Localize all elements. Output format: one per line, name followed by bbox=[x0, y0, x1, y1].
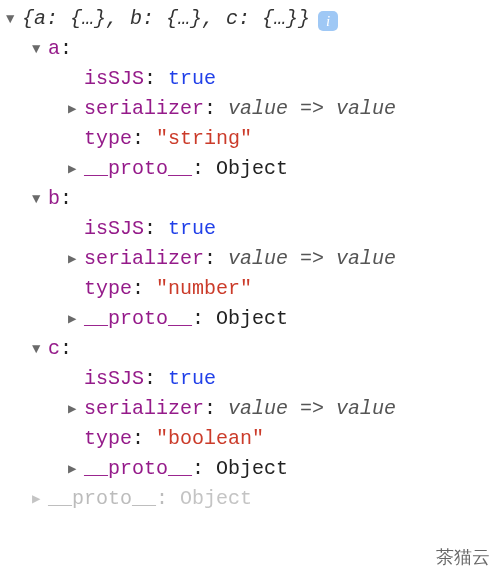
chevron-down-icon[interactable]: ▼ bbox=[32, 189, 46, 210]
property-key: type bbox=[84, 424, 132, 454]
property-value: value => value bbox=[228, 94, 396, 124]
property-key: __proto__ bbox=[84, 154, 192, 184]
object-key-row[interactable]: ▼a: bbox=[6, 34, 494, 64]
property-value: true bbox=[168, 214, 216, 244]
property-row: isSJS: true bbox=[6, 64, 494, 94]
property-key: isSJS bbox=[84, 214, 144, 244]
property-value: value => value bbox=[228, 394, 396, 424]
property-key: __proto__ bbox=[84, 304, 192, 334]
property-row[interactable]: ▶__proto__: Object bbox=[6, 304, 494, 334]
property-row: isSJS: true bbox=[6, 364, 494, 394]
property-value: "number" bbox=[156, 274, 252, 304]
property-row[interactable]: ▶__proto__: Object bbox=[6, 154, 494, 184]
property-row: type: "number" bbox=[6, 274, 494, 304]
proto-row-outer[interactable]: ▶ __proto__: Object bbox=[6, 484, 494, 514]
property-value: true bbox=[168, 64, 216, 94]
chevron-right-icon[interactable]: ▶ bbox=[68, 399, 82, 420]
chevron-down-icon[interactable]: ▼ bbox=[32, 39, 46, 60]
property-row[interactable]: ▶serializer: value => value bbox=[6, 244, 494, 274]
property-row: type: "boolean" bbox=[6, 424, 494, 454]
property-value: Object bbox=[216, 154, 288, 184]
property-key: serializer bbox=[84, 394, 204, 424]
property-value: Object bbox=[216, 454, 288, 484]
property-row: type: "string" bbox=[6, 124, 494, 154]
chevron-down-icon[interactable]: ▼ bbox=[32, 339, 46, 360]
object-key: c bbox=[48, 334, 60, 364]
object-tree: ▼a: isSJS: true▶serializer: value => val… bbox=[6, 34, 494, 484]
property-value: "string" bbox=[156, 124, 252, 154]
property-key: type bbox=[84, 274, 132, 304]
object-key-row[interactable]: ▼c: bbox=[6, 334, 494, 364]
property-key: isSJS bbox=[84, 64, 144, 94]
chevron-right-icon[interactable]: ▶ bbox=[68, 249, 82, 270]
chevron-right-icon[interactable]: ▶ bbox=[68, 159, 82, 180]
property-value: true bbox=[168, 364, 216, 394]
property-value: Object bbox=[180, 484, 252, 514]
property-key: __proto__ bbox=[84, 454, 192, 484]
object-key: a bbox=[48, 34, 60, 64]
chevron-down-icon[interactable]: ▼ bbox=[6, 9, 20, 30]
property-row[interactable]: ▶__proto__: Object bbox=[6, 454, 494, 484]
property-key: serializer bbox=[84, 244, 204, 274]
root-row[interactable]: ▼ {a: {…}, b: {…}, c: {…}} i bbox=[6, 4, 494, 34]
property-value: value => value bbox=[228, 244, 396, 274]
property-value: "boolean" bbox=[156, 424, 264, 454]
chevron-right-icon[interactable]: ▶ bbox=[68, 459, 82, 480]
property-key: __proto__ bbox=[48, 484, 156, 514]
object-key: b bbox=[48, 184, 60, 214]
info-icon[interactable]: i bbox=[318, 11, 338, 31]
property-row[interactable]: ▶serializer: value => value bbox=[6, 394, 494, 424]
property-key: serializer bbox=[84, 94, 204, 124]
chevron-right-icon[interactable]: ▶ bbox=[32, 489, 46, 510]
property-key: isSJS bbox=[84, 364, 144, 394]
chevron-right-icon[interactable]: ▶ bbox=[68, 99, 82, 120]
object-key-row[interactable]: ▼b: bbox=[6, 184, 494, 214]
property-row: isSJS: true bbox=[6, 214, 494, 244]
object-summary: {a: {…}, b: {…}, c: {…}} bbox=[22, 4, 310, 34]
property-row[interactable]: ▶serializer: value => value bbox=[6, 94, 494, 124]
chevron-right-icon[interactable]: ▶ bbox=[68, 309, 82, 330]
property-value: Object bbox=[216, 304, 288, 334]
property-key: type bbox=[84, 124, 132, 154]
